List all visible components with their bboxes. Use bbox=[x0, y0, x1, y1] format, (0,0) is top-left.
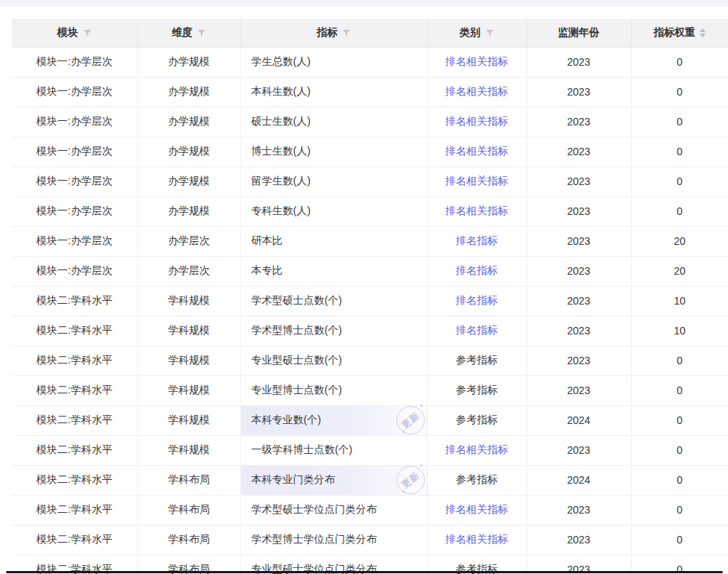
cell-indicator: 学生总数(人) bbox=[240, 47, 427, 77]
cell-year: 2023 bbox=[526, 435, 631, 465]
cell-category: 参考指标 bbox=[427, 346, 526, 375]
cell-module: 模块一:办学层次 bbox=[12, 196, 137, 226]
cell-module: 模块二:学科水平 bbox=[12, 286, 137, 316]
table-row: 模块二:学科水平学科规模学术型硕士点数(个)排名指标202310 bbox=[12, 286, 728, 316]
cell-year: 2023 bbox=[526, 166, 631, 196]
cell-indicator: 本科生数(人) bbox=[240, 77, 427, 107]
category-link[interactable]: 排名指标 bbox=[456, 324, 498, 336]
cell-weight: 0 bbox=[631, 196, 728, 226]
category-link[interactable]: 排名指标 bbox=[456, 234, 498, 246]
cell-indicator: 硕士生数(人) bbox=[240, 107, 427, 137]
cell-category: 参考指标 bbox=[427, 405, 526, 435]
cell-indicator: 学术型博士学位点门类分布 bbox=[240, 525, 427, 555]
cell-weight: 0 bbox=[631, 77, 728, 107]
column-header-module: 模块 bbox=[12, 19, 137, 47]
table-row: 模块二:学科水平学科布局学术型博士学位点门类分布排名相关指标20230 bbox=[12, 525, 728, 555]
cell-category: 排名相关指标 bbox=[427, 77, 526, 107]
updated-stamp-label: 更新 bbox=[399, 469, 422, 490]
cell-module: 模块一:办学层次 bbox=[12, 226, 137, 256]
cell-weight: 0 bbox=[631, 465, 728, 495]
cell-weight: 0 bbox=[631, 375, 728, 405]
cell-weight: 0 bbox=[631, 166, 728, 196]
cell-category: 排名相关指标 bbox=[427, 137, 526, 166]
filter-funnel-icon[interactable] bbox=[83, 28, 92, 37]
cell-weight: 10 bbox=[631, 286, 728, 316]
indicator-label: 学术型博士点数(个) bbox=[252, 324, 342, 336]
cell-indicator: 本专比 bbox=[240, 256, 427, 286]
cell-category: 排名相关指标 bbox=[427, 495, 526, 525]
category-link[interactable]: 排名指标 bbox=[456, 294, 498, 306]
column-label: 指标 bbox=[317, 26, 337, 40]
table-row: 模块二:学科水平学科规模学术型博士点数(个)排名指标202310 bbox=[12, 316, 728, 346]
table-row: 模块一:办学层次办学规模硕士生数(人)排名相关指标20230 bbox=[12, 107, 728, 137]
filter-funnel-icon[interactable] bbox=[485, 28, 494, 37]
cell-indicator: 专科生数(人) bbox=[240, 196, 427, 226]
category-link[interactable]: 排名相关指标 bbox=[446, 115, 508, 127]
sort-toggle-icon[interactable] bbox=[700, 28, 706, 37]
category-link[interactable]: 排名相关指标 bbox=[446, 55, 508, 67]
cell-category: 排名指标 bbox=[427, 226, 526, 256]
indicator-label: 硕士生数(人) bbox=[252, 115, 311, 127]
updated-stamp-badge: 更新 bbox=[396, 406, 425, 434]
indicator-label: 学术型博士学位点门类分布 bbox=[252, 533, 377, 545]
indicator-label: 专科生数(人) bbox=[252, 205, 311, 216]
category-link[interactable]: 排名相关指标 bbox=[446, 533, 508, 545]
cell-weight: 0 bbox=[631, 405, 728, 435]
cell-weight: 0 bbox=[631, 346, 728, 375]
cell-weight: 0 bbox=[631, 107, 728, 137]
cell-module: 模块一:办学层次 bbox=[12, 256, 137, 286]
cell-dimension: 办学规模 bbox=[137, 137, 240, 166]
table-row: 模块一:办学层次办学规模博士生数(人)排名相关指标20230 bbox=[12, 137, 728, 166]
indicator-label: 专业型硕士点数(个) bbox=[252, 354, 342, 366]
category-link[interactable]: 排名相关指标 bbox=[446, 175, 508, 187]
cell-weight: 0 bbox=[631, 435, 728, 465]
cell-module: 模块二:学科水平 bbox=[12, 405, 137, 435]
filter-funnel-icon[interactable] bbox=[342, 28, 351, 37]
cell-dimension: 学科规模 bbox=[137, 346, 240, 375]
table-row: 模块一:办学层次办学规模本科生数(人)排名相关指标20230 bbox=[12, 77, 728, 107]
column-header-dimension: 维度 bbox=[137, 19, 240, 47]
top-strip bbox=[0, 0, 728, 7]
cell-indicator: 学术型硕士点数(个) bbox=[240, 286, 427, 316]
category-link[interactable]: 排名相关指标 bbox=[446, 145, 508, 157]
column-label: 监测年份 bbox=[558, 26, 600, 40]
indicator-label: 学术型硕士学位点门类分布 bbox=[252, 503, 377, 515]
cell-weight: 20 bbox=[631, 226, 728, 256]
cell-category: 排名指标 bbox=[427, 316, 526, 346]
cell-indicator: 一级学科博士点数(个) bbox=[240, 435, 427, 465]
cell-dimension: 办学层次 bbox=[137, 256, 240, 286]
cell-indicator: 专业型博士点数(个) bbox=[240, 375, 427, 405]
category-link[interactable]: 排名相关指标 bbox=[446, 85, 508, 97]
column-header-year: 监测年份 bbox=[526, 19, 631, 47]
cell-year: 2023 bbox=[526, 256, 631, 286]
cell-year: 2023 bbox=[526, 107, 631, 137]
cell-weight: 10 bbox=[631, 316, 728, 346]
updated-stamp-badge: 更新 bbox=[396, 466, 425, 494]
cell-weight: 0 bbox=[631, 137, 728, 166]
cell-year: 2023 bbox=[526, 196, 631, 226]
category-link[interactable]: 排名相关指标 bbox=[446, 443, 508, 455]
cell-module: 模块一:办学层次 bbox=[12, 107, 137, 137]
category-link[interactable]: 排名指标 bbox=[456, 264, 498, 276]
cell-indicator: 专业型硕士点数(个) bbox=[240, 346, 427, 375]
cell-year: 2023 bbox=[526, 47, 631, 77]
table-row: 模块一:办学层次办学层次研本比排名指标202320 bbox=[12, 226, 728, 256]
indicator-label: 专业型博士点数(个) bbox=[252, 384, 342, 396]
column-label: 模块 bbox=[57, 26, 78, 40]
cell-dimension: 学科规模 bbox=[137, 405, 240, 435]
indicator-label: 本科专业数(个) bbox=[252, 414, 321, 425]
cell-indicator: 留学生数(人) bbox=[240, 166, 427, 196]
table-row: 模块一:办学层次办学层次本专比排名指标202320 bbox=[12, 256, 728, 286]
cell-year: 2023 bbox=[526, 137, 631, 166]
cell-dimension: 学科规模 bbox=[137, 286, 240, 316]
table-row: 模块一:办学层次办学规模留学生数(人)排名相关指标20230 bbox=[12, 166, 728, 196]
cell-dimension: 办学规模 bbox=[137, 77, 240, 107]
indicator-label: 留学生数(人) bbox=[252, 175, 311, 187]
table-row: 模块一:办学层次办学规模学生总数(人)排名相关指标20230 bbox=[12, 47, 728, 77]
cell-dimension: 学科规模 bbox=[137, 435, 240, 465]
cell-module: 模块二:学科水平 bbox=[12, 465, 137, 495]
category-link[interactable]: 排名相关指标 bbox=[446, 205, 508, 216]
filter-funnel-icon[interactable] bbox=[197, 28, 206, 37]
category-link[interactable]: 排名相关指标 bbox=[446, 503, 508, 515]
cell-indicator: 学术型硕士学位点门类分布 bbox=[240, 495, 427, 525]
